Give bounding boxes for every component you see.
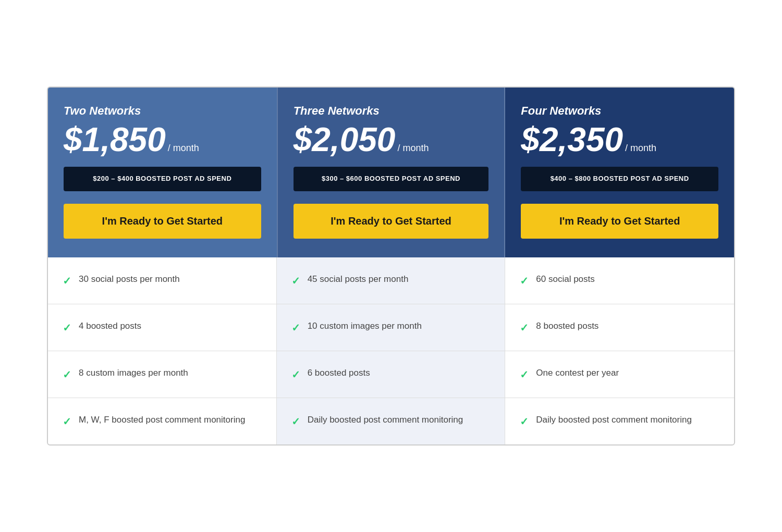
plan-period-3: / month xyxy=(625,143,656,154)
feature-text-3-3: One contest per year xyxy=(536,367,619,379)
feature-cell-4-1: ✓ M, W, F boosted post comment monitorin… xyxy=(48,398,277,444)
plan-price-1: $1,850 xyxy=(64,123,166,156)
feature-row-1: ✓ 30 social posts per month ✓ 45 social … xyxy=(48,257,734,304)
plan-period-1: / month xyxy=(168,143,199,154)
plan-name-1: Two Networks xyxy=(64,104,261,118)
check-icon: ✓ xyxy=(520,414,529,429)
plan-price-row-1: $1,850 / month xyxy=(64,123,261,156)
plan-period-2: / month xyxy=(397,143,429,154)
feature-text-4-1: M, W, F boosted post comment monitoring xyxy=(79,414,245,426)
plan-header-2: Three Networks $2,050 / month $300 – $60… xyxy=(277,88,506,257)
feature-text-2-3: 8 boosted posts xyxy=(536,320,598,332)
feature-text-4-2: Daily boosted post comment monitoring xyxy=(308,414,463,426)
plan-price-3: $2,350 xyxy=(521,123,623,156)
plan-ad-spend-3: $400 – $800 BOOSTED POST AD SPEND xyxy=(521,167,718,191)
plan-cta-button-2[interactable]: I'm Ready to Get Started xyxy=(294,204,489,239)
feature-cell-1-1: ✓ 30 social posts per month xyxy=(48,257,277,304)
check-icon: ✓ xyxy=(291,367,300,382)
feature-text-3-1: 8 custom images per month xyxy=(79,367,188,379)
feature-text-1-3: 60 social posts xyxy=(536,273,594,286)
check-icon: ✓ xyxy=(520,274,529,288)
plan-name-3: Four Networks xyxy=(521,104,718,118)
feature-cell-1-3: ✓ 60 social posts xyxy=(505,257,734,304)
plan-price-2: $2,050 xyxy=(294,123,396,156)
check-icon: ✓ xyxy=(291,414,300,429)
check-icon: ✓ xyxy=(63,414,71,429)
plan-price-row-2: $2,050 / month xyxy=(294,123,489,156)
feature-cell-1-2: ✓ 45 social posts per month xyxy=(277,257,506,304)
pricing-features: ✓ 30 social posts per month ✓ 45 social … xyxy=(48,257,734,444)
pricing-table: Two Networks $1,850 / month $200 – $400 … xyxy=(47,86,735,445)
feature-text-1-1: 30 social posts per month xyxy=(79,273,180,286)
plan-cta-button-3[interactable]: I'm Ready to Get Started xyxy=(521,204,718,239)
feature-cell-3-2: ✓ 6 boosted posts xyxy=(277,351,506,398)
feature-cell-4-3: ✓ Daily boosted post comment monitoring xyxy=(505,398,734,444)
plan-ad-spend-2: $300 – $600 BOOSTED POST AD SPEND xyxy=(294,167,489,191)
check-icon: ✓ xyxy=(63,367,71,382)
check-icon: ✓ xyxy=(63,320,71,335)
feature-cell-2-1: ✓ 4 boosted posts xyxy=(48,304,277,351)
feature-row-3: ✓ 8 custom images per month ✓ 6 boosted … xyxy=(48,351,734,398)
plan-price-row-3: $2,350 / month xyxy=(521,123,718,156)
plan-header-1: Two Networks $1,850 / month $200 – $400 … xyxy=(48,88,277,257)
feature-row-4: ✓ M, W, F boosted post comment monitorin… xyxy=(48,398,734,444)
feature-row-2: ✓ 4 boosted posts ✓ 10 custom images per… xyxy=(48,304,734,351)
plan-header-3: Four Networks $2,350 / month $400 – $800… xyxy=(505,88,734,257)
plan-ad-spend-1: $200 – $400 BOOSTED POST AD SPEND xyxy=(64,167,261,191)
plan-cta-button-1[interactable]: I'm Ready to Get Started xyxy=(64,204,261,239)
feature-text-4-3: Daily boosted post comment monitoring xyxy=(536,414,692,426)
feature-text-3-2: 6 boosted posts xyxy=(308,367,370,379)
feature-cell-3-3: ✓ One contest per year xyxy=(505,351,734,398)
feature-cell-4-2: ✓ Daily boosted post comment monitoring xyxy=(277,398,506,444)
check-icon: ✓ xyxy=(291,274,300,288)
feature-text-2-2: 10 custom images per month xyxy=(308,320,422,332)
feature-cell-2-2: ✓ 10 custom images per month xyxy=(277,304,506,351)
plan-name-2: Three Networks xyxy=(294,104,489,118)
check-icon: ✓ xyxy=(520,320,529,335)
check-icon: ✓ xyxy=(63,274,71,288)
feature-cell-2-3: ✓ 8 boosted posts xyxy=(505,304,734,351)
pricing-header: Two Networks $1,850 / month $200 – $400 … xyxy=(48,88,734,257)
feature-cell-3-1: ✓ 8 custom images per month xyxy=(48,351,277,398)
feature-text-2-1: 4 boosted posts xyxy=(79,320,141,332)
feature-text-1-2: 45 social posts per month xyxy=(308,273,409,286)
check-icon: ✓ xyxy=(520,367,529,382)
check-icon: ✓ xyxy=(291,320,300,335)
